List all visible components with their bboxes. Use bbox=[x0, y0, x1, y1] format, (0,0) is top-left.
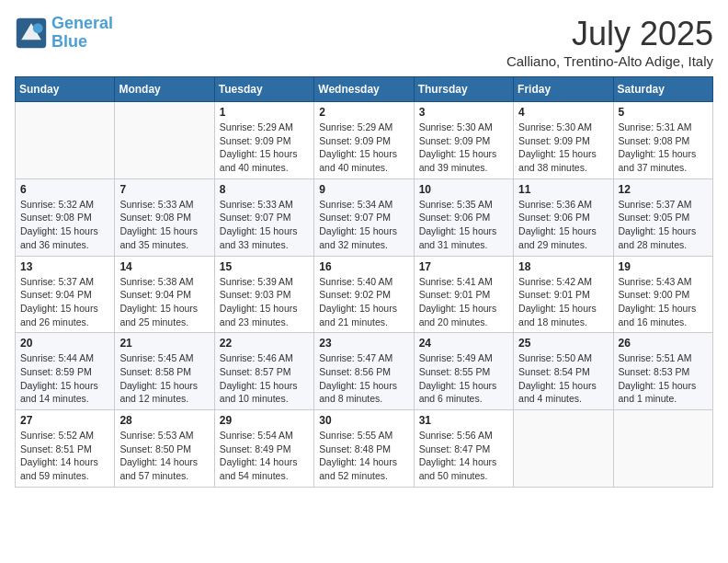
calendar-cell: 6Sunrise: 5:32 AM Sunset: 9:08 PM Daylig… bbox=[16, 178, 115, 256]
calendar-cell bbox=[514, 410, 613, 488]
day-number: 27 bbox=[20, 414, 109, 427]
calendar-week-5: 27Sunrise: 5:52 AM Sunset: 8:51 PM Dayli… bbox=[16, 410, 713, 488]
calendar-cell: 4Sunrise: 5:30 AM Sunset: 9:09 PM Daylig… bbox=[514, 102, 613, 179]
calendar-cell: 22Sunrise: 5:46 AM Sunset: 8:57 PM Dayli… bbox=[214, 333, 313, 410]
weekday-row: SundayMondayTuesdayWednesdayThursdayFrid… bbox=[16, 77, 713, 102]
day-number: 31 bbox=[419, 414, 508, 427]
day-number: 14 bbox=[119, 260, 209, 273]
day-number: 28 bbox=[119, 414, 209, 427]
day-number: 1 bbox=[220, 106, 309, 119]
title-block: July 2025 Calliano, Trentino-Alto Adige,… bbox=[506, 15, 713, 69]
day-info: Sunrise: 5:50 AM Sunset: 8:54 PM Dayligh… bbox=[518, 351, 608, 406]
day-number: 4 bbox=[518, 106, 608, 119]
day-number: 6 bbox=[20, 183, 109, 196]
calendar-cell: 3Sunrise: 5:30 AM Sunset: 9:09 PM Daylig… bbox=[414, 102, 513, 179]
calendar-cell: 11Sunrise: 5:36 AM Sunset: 9:06 PM Dayli… bbox=[514, 178, 613, 256]
calendar-cell: 19Sunrise: 5:43 AM Sunset: 9:00 PM Dayli… bbox=[613, 256, 712, 333]
calendar-cell: 18Sunrise: 5:42 AM Sunset: 9:01 PM Dayli… bbox=[514, 256, 613, 333]
calendar-cell: 29Sunrise: 5:54 AM Sunset: 8:49 PM Dayli… bbox=[214, 410, 313, 488]
day-number: 23 bbox=[319, 337, 408, 350]
calendar-cell bbox=[115, 102, 214, 179]
day-number: 8 bbox=[220, 183, 309, 196]
day-number: 26 bbox=[619, 337, 708, 350]
day-info: Sunrise: 5:34 AM Sunset: 9:07 PM Dayligh… bbox=[319, 198, 408, 252]
day-info: Sunrise: 5:43 AM Sunset: 9:00 PM Dayligh… bbox=[619, 275, 708, 329]
month-title: July 2025 bbox=[506, 15, 713, 53]
day-info: Sunrise: 5:32 AM Sunset: 9:08 PM Dayligh… bbox=[20, 198, 109, 252]
calendar-cell: 21Sunrise: 5:45 AM Sunset: 8:58 PM Dayli… bbox=[115, 333, 214, 410]
weekday-header-saturday: Saturday bbox=[613, 77, 712, 102]
calendar-week-1: 1Sunrise: 5:29 AM Sunset: 9:09 PM Daylig… bbox=[16, 102, 713, 179]
page-header: General Blue July 2025 Calliano, Trentin… bbox=[15, 15, 713, 69]
day-info: Sunrise: 5:30 AM Sunset: 9:09 PM Dayligh… bbox=[419, 121, 508, 175]
day-number: 3 bbox=[419, 106, 508, 119]
calendar-cell: 5Sunrise: 5:31 AM Sunset: 9:08 PM Daylig… bbox=[613, 102, 712, 179]
calendar-cell: 9Sunrise: 5:34 AM Sunset: 9:07 PM Daylig… bbox=[314, 178, 414, 256]
calendar-cell: 27Sunrise: 5:52 AM Sunset: 8:51 PM Dayli… bbox=[16, 410, 115, 488]
day-number: 24 bbox=[419, 337, 508, 350]
weekday-header-friday: Friday bbox=[514, 77, 613, 102]
day-number: 29 bbox=[220, 414, 309, 427]
day-number: 11 bbox=[518, 183, 608, 196]
day-number: 2 bbox=[319, 106, 408, 119]
day-info: Sunrise: 5:33 AM Sunset: 9:08 PM Dayligh… bbox=[119, 198, 209, 252]
day-info: Sunrise: 5:29 AM Sunset: 9:09 PM Dayligh… bbox=[220, 121, 309, 175]
weekday-header-thursday: Thursday bbox=[414, 77, 513, 102]
weekday-header-tuesday: Tuesday bbox=[214, 77, 313, 102]
day-number: 20 bbox=[20, 337, 109, 350]
calendar-cell: 8Sunrise: 5:33 AM Sunset: 9:07 PM Daylig… bbox=[214, 178, 313, 256]
day-number: 7 bbox=[119, 183, 209, 196]
day-number: 22 bbox=[220, 337, 309, 350]
weekday-header-monday: Monday bbox=[115, 77, 214, 102]
calendar-cell: 1Sunrise: 5:29 AM Sunset: 9:09 PM Daylig… bbox=[214, 102, 313, 179]
calendar-week-3: 13Sunrise: 5:37 AM Sunset: 9:04 PM Dayli… bbox=[16, 256, 713, 333]
day-number: 19 bbox=[619, 260, 708, 273]
day-info: Sunrise: 5:53 AM Sunset: 8:50 PM Dayligh… bbox=[119, 429, 209, 483]
location-subtitle: Calliano, Trentino-Alto Adige, Italy bbox=[506, 53, 713, 69]
day-number: 30 bbox=[319, 414, 408, 427]
day-info: Sunrise: 5:52 AM Sunset: 8:51 PM Dayligh… bbox=[20, 429, 109, 483]
day-info: Sunrise: 5:37 AM Sunset: 9:05 PM Dayligh… bbox=[619, 198, 708, 252]
day-number: 15 bbox=[220, 260, 309, 273]
calendar-table: SundayMondayTuesdayWednesdayThursdayFrid… bbox=[15, 76, 713, 488]
calendar-body: 1Sunrise: 5:29 AM Sunset: 9:09 PM Daylig… bbox=[16, 102, 713, 488]
day-number: 16 bbox=[319, 260, 408, 273]
weekday-header-wednesday: Wednesday bbox=[314, 77, 414, 102]
day-info: Sunrise: 5:31 AM Sunset: 9:08 PM Dayligh… bbox=[619, 121, 708, 175]
day-info: Sunrise: 5:29 AM Sunset: 9:09 PM Dayligh… bbox=[319, 121, 408, 175]
day-number: 10 bbox=[419, 183, 508, 196]
calendar-cell bbox=[16, 102, 115, 179]
day-number: 21 bbox=[119, 337, 209, 350]
svg-point-2 bbox=[33, 23, 43, 33]
logo-icon bbox=[15, 17, 48, 50]
logo-text: General Blue bbox=[51, 15, 113, 52]
day-info: Sunrise: 5:56 AM Sunset: 8:47 PM Dayligh… bbox=[419, 429, 508, 483]
day-number: 5 bbox=[619, 106, 708, 119]
calendar-week-4: 20Sunrise: 5:44 AM Sunset: 8:59 PM Dayli… bbox=[16, 333, 713, 410]
calendar-cell: 17Sunrise: 5:41 AM Sunset: 9:01 PM Dayli… bbox=[414, 256, 513, 333]
calendar-cell: 2Sunrise: 5:29 AM Sunset: 9:09 PM Daylig… bbox=[314, 102, 414, 179]
calendar-cell: 7Sunrise: 5:33 AM Sunset: 9:08 PM Daylig… bbox=[115, 178, 214, 256]
calendar-cell: 23Sunrise: 5:47 AM Sunset: 8:56 PM Dayli… bbox=[314, 333, 414, 410]
day-number: 25 bbox=[518, 337, 608, 350]
day-info: Sunrise: 5:38 AM Sunset: 9:04 PM Dayligh… bbox=[119, 275, 209, 329]
weekday-header-sunday: Sunday bbox=[16, 77, 115, 102]
day-info: Sunrise: 5:37 AM Sunset: 9:04 PM Dayligh… bbox=[20, 275, 109, 329]
day-number: 9 bbox=[319, 183, 408, 196]
calendar-cell: 14Sunrise: 5:38 AM Sunset: 9:04 PM Dayli… bbox=[115, 256, 214, 333]
day-info: Sunrise: 5:33 AM Sunset: 9:07 PM Dayligh… bbox=[220, 198, 309, 252]
day-info: Sunrise: 5:54 AM Sunset: 8:49 PM Dayligh… bbox=[220, 429, 309, 483]
calendar-cell bbox=[613, 410, 712, 488]
calendar-cell: 13Sunrise: 5:37 AM Sunset: 9:04 PM Dayli… bbox=[16, 256, 115, 333]
day-info: Sunrise: 5:36 AM Sunset: 9:06 PM Dayligh… bbox=[518, 198, 608, 252]
calendar-cell: 12Sunrise: 5:37 AM Sunset: 9:05 PM Dayli… bbox=[613, 178, 712, 256]
calendar-cell: 25Sunrise: 5:50 AM Sunset: 8:54 PM Dayli… bbox=[514, 333, 613, 410]
calendar-header: SundayMondayTuesdayWednesdayThursdayFrid… bbox=[16, 77, 713, 102]
day-info: Sunrise: 5:42 AM Sunset: 9:01 PM Dayligh… bbox=[518, 275, 608, 329]
day-number: 12 bbox=[619, 183, 708, 196]
calendar-cell: 26Sunrise: 5:51 AM Sunset: 8:53 PM Dayli… bbox=[613, 333, 712, 410]
day-info: Sunrise: 5:30 AM Sunset: 9:09 PM Dayligh… bbox=[518, 121, 608, 175]
day-info: Sunrise: 5:40 AM Sunset: 9:02 PM Dayligh… bbox=[319, 275, 408, 329]
calendar-cell: 16Sunrise: 5:40 AM Sunset: 9:02 PM Dayli… bbox=[314, 256, 414, 333]
day-info: Sunrise: 5:47 AM Sunset: 8:56 PM Dayligh… bbox=[319, 351, 408, 406]
